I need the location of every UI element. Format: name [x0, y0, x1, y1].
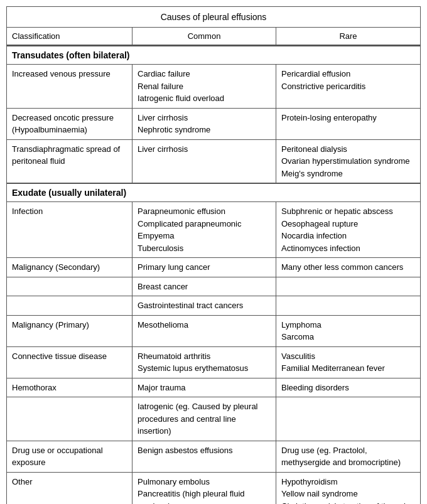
cell-col1: Increased venous pressure	[7, 65, 132, 108]
cell-col2: Mesothelioma	[132, 316, 276, 346]
cell-col3	[276, 397, 420, 441]
table-row: Increased venous pressureCardiac failure…	[7, 65, 420, 109]
cell-col1: Hemothorax	[7, 378, 132, 397]
cell-col2: Iatrogenic (eg. Caused by pleural proced…	[132, 397, 276, 441]
header-common: Common	[132, 28, 276, 45]
section-header-transudates: Transudates (often bilateral)	[7, 46, 420, 65]
cell-col1: Transdiaphragmatic spread of peritoneal …	[7, 140, 132, 183]
cell-col3: Many other less common cancers	[276, 258, 420, 277]
cell-col3	[276, 277, 420, 296]
table-body: Transudates (often bilateral)Increased v…	[7, 46, 420, 504]
cell-col3: Pericardial effusionConstrictive pericar…	[276, 65, 420, 108]
cell-col1	[7, 296, 132, 315]
cell-col1: Drug use or occupational exposure	[7, 441, 132, 472]
table-row: Gastrointestinal tract cancers	[7, 296, 420, 316]
cell-col2: Primary lung cancer	[132, 258, 276, 277]
cell-col3: VasculitisFamilial Mediterranean fever	[276, 347, 420, 378]
table-title: Causes of pleural effusions	[7, 7, 420, 28]
table-row: Malignancy (Primary)MesotheliomaLymphoma…	[7, 316, 420, 347]
cell-col2: Pulmonary embolusPancreatitis (high pleu…	[132, 473, 276, 505]
cell-col3: Drug use (eg. Practolol, methysergide an…	[276, 441, 420, 472]
cell-col2: Gastrointestinal tract cancers	[132, 296, 276, 315]
cell-col1	[7, 277, 132, 296]
cell-col2: Liver cirrhosisNephrotic syndrome	[132, 109, 276, 139]
table-row: Drug use or occupational exposureBenign …	[7, 441, 420, 473]
cell-col2: Benign asbestos effusions	[132, 441, 276, 472]
section-header-exudate: Exudate (usually unilateral)	[7, 183, 420, 202]
cell-col1	[7, 397, 132, 441]
cell-col2: Liver cirrhosis	[132, 140, 276, 183]
cell-col2: Breast cancer	[132, 277, 276, 296]
cell-col3: Bleeding disorders	[276, 378, 420, 397]
table-row: Iatrogenic (eg. Caused by pleural proced…	[7, 397, 420, 441]
header-classification: Classification	[7, 28, 132, 45]
cell-col3: LymphomaSarcoma	[276, 316, 420, 346]
table-row: Transdiaphragmatic spread of peritoneal …	[7, 140, 420, 184]
cell-col3: Peritoneal dialysisOvarian hyperstimulat…	[276, 140, 420, 183]
table-row: Decreased oncotic pressure (Hypoalbumina…	[7, 109, 420, 140]
table-row: Malignancy (Secondary)Primary lung cance…	[7, 258, 420, 277]
cell-col3: HypothyroidismYellow nail syndromeChylot…	[276, 473, 420, 505]
causes-table: Causes of pleural effusions Classificati…	[6, 6, 421, 504]
table-row: Breast cancer	[7, 277, 420, 297]
cell-col3: Subphrenic or hepatic abscessOesophageal…	[276, 202, 420, 257]
cell-col1: Infection	[7, 202, 132, 257]
column-headers: Classification Common Rare	[7, 28, 420, 46]
cell-col1: Connective tissue disease	[7, 347, 132, 378]
cell-col2: Cardiac failureRenal failureIatrogenic f…	[132, 65, 276, 108]
header-rare: Rare	[276, 28, 420, 45]
cell-col1: Other	[7, 473, 132, 505]
cell-col2: Major trauma	[132, 378, 276, 397]
table-row: Connective tissue diseaseRheumatoid arth…	[7, 347, 420, 378]
cell-col3	[276, 296, 420, 315]
cell-col1: Malignancy (Secondary)	[7, 258, 132, 277]
table-row: InfectionParapneumonic effusionComplicat…	[7, 202, 420, 258]
cell-col2: Parapneumonic effusionComplicated parapn…	[132, 202, 276, 257]
table-row: OtherPulmonary embolusPancreatitis (high…	[7, 473, 420, 505]
table-row: HemothoraxMajor traumaBleeding disorders	[7, 378, 420, 398]
cell-col1: Malignancy (Primary)	[7, 316, 132, 346]
cell-col2: Rheumatoid arthritisSystemic lupus eryth…	[132, 347, 276, 378]
cell-col1: Decreased oncotic pressure (Hypoalbumina…	[7, 109, 132, 139]
cell-col3: Protein-losing enteropathy	[276, 109, 420, 139]
